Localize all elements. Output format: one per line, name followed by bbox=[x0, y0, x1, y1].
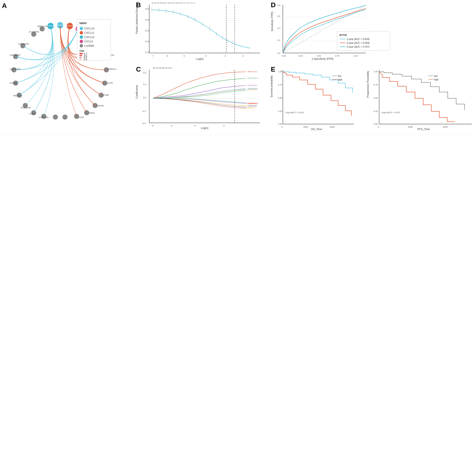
svg-text:5000: 5000 bbox=[443, 126, 448, 128]
svg-text:USP30: USP30 bbox=[97, 104, 104, 107]
svg-text:LncRNA: LncRNA bbox=[84, 44, 94, 47]
svg-text:5-year (AUC = 0.707): 5-year (AUC = 0.707) bbox=[347, 46, 370, 48]
svg-text:1-Specificity (FPR): 1-Specificity (FPR) bbox=[311, 57, 334, 60]
svg-text:-8: -8 bbox=[152, 124, 154, 127]
svg-text:0.0: 0.0 bbox=[143, 96, 146, 99]
svg-rect-66 bbox=[80, 59, 81, 60]
svg-text:LINC01871: LINC01871 bbox=[247, 84, 257, 86]
svg-text:AC012236: AC012236 bbox=[20, 106, 31, 109]
svg-text:LINC01857: LINC01857 bbox=[10, 54, 21, 56]
svg-text:AL353: AL353 bbox=[78, 116, 84, 119]
svg-text:Log(λ): Log(λ) bbox=[196, 57, 203, 60]
svg-point-57 bbox=[80, 44, 83, 48]
svg-text:PSMB8: PSMB8 bbox=[10, 82, 17, 84]
svg-text:AP002: AP002 bbox=[88, 112, 95, 114]
main-container: A CXCL10 CXCL11 CXCL13 bbox=[0, 0, 473, 476]
svg-text:0: 0 bbox=[378, 126, 379, 128]
panel-a: A CXCL10 CXCL11 CXCL13 bbox=[0, 0, 135, 135]
svg-text:MMP2-AS1: MMP2-AS1 bbox=[37, 25, 48, 27]
svg-text:group: group bbox=[339, 33, 347, 36]
svg-text:0.00: 0.00 bbox=[282, 55, 286, 57]
svg-text:OS_Time: OS_Time bbox=[311, 128, 322, 131]
svg-text:1.00: 1.00 bbox=[374, 70, 378, 73]
svg-text:low: low bbox=[434, 75, 438, 77]
svg-text:-4: -4 bbox=[194, 124, 196, 127]
panel-c-label: C bbox=[136, 66, 141, 73]
panel-d: D Sensitivity (TPR) 1-Specificity (FPR) bbox=[270, 0, 473, 65]
svg-point-18 bbox=[53, 114, 58, 120]
svg-text:label: label bbox=[80, 21, 87, 25]
svg-text:PSMB8-AS1: PSMB8-AS1 bbox=[247, 102, 258, 104]
svg-text:0.0: 0.0 bbox=[277, 52, 280, 54]
svg-text:0.8: 0.8 bbox=[277, 4, 280, 6]
svg-text:CXCL10: CXCL10 bbox=[84, 27, 94, 30]
svg-text:MMP2-AS1: MMP2-AS1 bbox=[247, 70, 257, 73]
svg-text:12.5: 12.5 bbox=[145, 29, 149, 32]
svg-text:CXCL11: CXCL11 bbox=[84, 31, 94, 34]
svg-text:12.0: 12.0 bbox=[145, 40, 149, 43]
svg-text:0.50: 0.50 bbox=[278, 97, 282, 99]
svg-text:0.75: 0.75 bbox=[335, 55, 339, 57]
svg-text:42   42   39   36   26   14   : 42 42 39 36 26 14 0 bbox=[153, 67, 172, 69]
svg-text:0.4: 0.4 bbox=[143, 83, 146, 85]
svg-text:Log(λ): Log(λ) bbox=[201, 126, 208, 129]
svg-text:2-year (AUC = 0.628): 2-year (AUC = 0.628) bbox=[347, 38, 370, 40]
svg-text:-4: -4 bbox=[205, 55, 207, 57]
svg-text:AC012181: AC012181 bbox=[38, 116, 49, 119]
panel-c-svg: 42 42 39 36 26 14 0 Coefficients Log(λ) … bbox=[135, 65, 270, 135]
svg-text:-6: -6 bbox=[166, 55, 168, 57]
svg-text:0.25: 0.25 bbox=[298, 55, 303, 57]
svg-text:CXCL13: CXCL13 bbox=[84, 36, 94, 38]
svg-text:LINC01094: LINC01094 bbox=[10, 68, 21, 70]
svg-text:3-year (AUC = 0.649): 3-year (AUC = 0.649) bbox=[347, 42, 370, 44]
svg-text:13.5: 13.5 bbox=[145, 8, 149, 10]
svg-text:MICB-DT: MICB-DT bbox=[13, 94, 22, 97]
svg-text:CXCL9: CXCL9 bbox=[84, 40, 93, 43]
svg-text:-2: -2 bbox=[223, 124, 225, 127]
panel-b-label: B bbox=[136, 1, 141, 9]
svg-text:cor: cor bbox=[80, 49, 84, 52]
svg-text:Log-rank P < 0.001: Log-rank P < 0.001 bbox=[285, 111, 304, 114]
svg-text:0.25: 0.25 bbox=[374, 110, 378, 113]
svg-text:11.5: 11.5 bbox=[145, 51, 149, 53]
svg-text:1.00: 1.00 bbox=[353, 55, 358, 57]
svg-text:Survival probability: Survival probability bbox=[270, 75, 273, 98]
svg-text:0.4: 0.4 bbox=[277, 27, 280, 29]
panel-e: E Survival probability OS_Time 0.00 0.25… bbox=[270, 65, 473, 135]
svg-text:13.0: 13.0 bbox=[145, 18, 149, 21]
svg-text:0.8: 0.8 bbox=[143, 71, 146, 74]
panel-c: C 42 42 39 36 26 14 0 Coefficients Log(λ… bbox=[135, 65, 270, 135]
svg-point-17 bbox=[62, 114, 68, 120]
panel-de: D Sensitivity (TPR) 1-Specificity (FPR) bbox=[270, 0, 473, 135]
svg-text:2500: 2500 bbox=[303, 126, 308, 128]
svg-text:0.25: 0.25 bbox=[278, 110, 282, 113]
svg-rect-64 bbox=[80, 57, 82, 58]
svg-point-49 bbox=[80, 27, 83, 30]
panel-e-label: E bbox=[271, 66, 275, 73]
svg-text:1.00: 1.00 bbox=[278, 70, 282, 73]
svg-point-55 bbox=[80, 40, 83, 43]
svg-text:-7: -7 bbox=[152, 55, 154, 57]
svg-text:42 42 42 39 38 37 35 35 30 26 : 42 42 42 39 38 37 35 35 30 26 23 19 17 1… bbox=[152, 2, 195, 4]
svg-rect-62 bbox=[80, 55, 82, 56]
svg-text:AL078: AL078 bbox=[106, 82, 113, 84]
svg-text:0.00: 0.00 bbox=[374, 123, 378, 125]
svg-text:0.2: 0.2 bbox=[277, 39, 280, 41]
svg-text:0.75: 0.75 bbox=[374, 84, 378, 86]
panel-a-label: A bbox=[2, 2, 7, 10]
svg-point-53 bbox=[80, 35, 83, 39]
svg-text:high: high bbox=[338, 78, 342, 81]
top-section: A CXCL10 CXCL11 CXCL13 bbox=[0, 0, 473, 135]
svg-text:0.50: 0.50 bbox=[317, 55, 321, 57]
svg-text:-3: -3 bbox=[224, 55, 226, 57]
svg-text:Progression Possibility: Progression Possibility bbox=[366, 71, 369, 98]
svg-text:Coefficients: Coefficients bbox=[135, 85, 138, 99]
svg-text:DTNB: DTNB bbox=[103, 94, 109, 96]
panel-b: B 42 42 42 39 38 37 35 35 30 26 23 19 17… bbox=[135, 0, 270, 65]
svg-text:LINC01943: LINC01943 bbox=[18, 43, 29, 45]
svg-text:0: 0 bbox=[282, 126, 283, 128]
svg-text:-0.4: -0.4 bbox=[142, 122, 146, 124]
svg-text:0.4: 0.4 bbox=[84, 58, 87, 61]
svg-rect-60 bbox=[80, 53, 83, 54]
panel-b-svg: 42 42 42 39 38 37 35 35 30 26 23 19 17 1… bbox=[135, 0, 270, 65]
